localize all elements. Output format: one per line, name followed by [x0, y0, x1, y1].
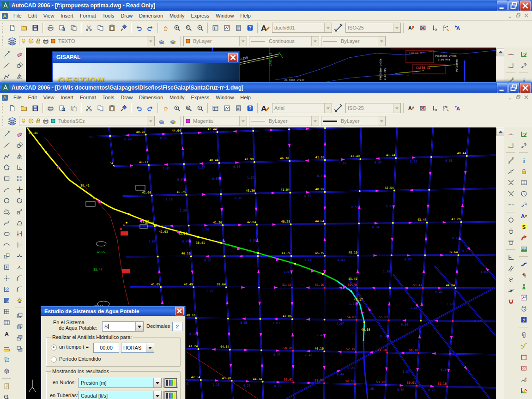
publish-icon[interactable] [68, 103, 79, 114]
snap-intersection-icon[interactable] [505, 177, 517, 188]
revision-cloud-icon[interactable] [0, 206, 12, 217]
menu-item-window[interactable]: Window [212, 12, 237, 19]
insert-block-icon[interactable] [0, 250, 12, 261]
extend-icon[interactable] [13, 239, 25, 250]
snap-from-icon[interactable] [505, 139, 517, 151]
publish-icon[interactable] [68, 22, 79, 34]
open-icon[interactable] [18, 103, 30, 114]
layer-freeze-icon[interactable] [28, 118, 34, 124]
run-analysis-icon[interactable] [518, 314, 530, 325]
gisapal-close-button[interactable] [228, 53, 238, 62]
circle-icon[interactable] [0, 195, 12, 206]
node-info-icon[interactable]: i [518, 75, 530, 82]
save-icon[interactable] [30, 103, 41, 114]
open-icon[interactable] [18, 22, 30, 34]
layer-freeze-icon[interactable] [28, 38, 34, 44]
snap-tangent-icon[interactable] [505, 236, 517, 248]
layer-combo[interactable]: TEXTO [19, 36, 155, 46]
edit-text-style-icon[interactable]: A [405, 103, 417, 114]
text-style-combo[interactable]: duchi801 [272, 23, 332, 33]
lineweight-combo[interactable]: ByLayer [321, 116, 386, 126]
scale-icon[interactable] [13, 206, 25, 217]
erase-icon[interactable] [13, 48, 25, 60]
background-image-icon[interactable] [518, 243, 530, 254]
restore-button[interactable] [508, 83, 519, 93]
text-style-icon[interactable]: A [260, 22, 271, 34]
plot-icon[interactable] [45, 103, 56, 114]
menu-item-express[interactable]: Express [187, 12, 212, 19]
menu-item-tools[interactable]: Tools [99, 94, 118, 101]
mdi-restore-button[interactable] [515, 12, 522, 19]
hydraulic-dialog-titlebar[interactable]: Estudio de Sistemas de Agua Potable [41, 306, 185, 316]
table-style-icon[interactable] [417, 22, 429, 34]
break-at-point-icon[interactable] [13, 250, 25, 261]
menu-item-modify[interactable]: Modify [166, 94, 187, 101]
ordinate-dim-icon[interactable] [429, 103, 440, 114]
snap-from-icon[interactable] [505, 60, 517, 71]
simulation-time-icon[interactable] [518, 188, 530, 199]
snap-midpoint-icon[interactable] [505, 166, 517, 177]
layer-lock-icon[interactable] [35, 118, 42, 124]
sheet-set-manager-icon[interactable] [210, 22, 221, 34]
draw-order-front-icon[interactable] [13, 310, 25, 321]
mirror-icon[interactable] [13, 71, 25, 82]
menu-item-dimension[interactable]: Dimension [136, 12, 166, 19]
layer-plot-icon[interactable] [42, 118, 49, 124]
point-icon[interactable] [0, 272, 12, 284]
menu-item-express[interactable]: Express [187, 94, 212, 101]
mdi-minimize-button[interactable] [507, 94, 514, 101]
snap-nearest-icon[interactable] [505, 285, 517, 296]
undo-results-icon[interactable] [518, 232, 530, 243]
layer-plot-icon[interactable] [42, 38, 49, 44]
make-object-layer-current-icon[interactable] [156, 36, 167, 47]
arc-icon[interactable] [0, 184, 12, 195]
help-icon[interactable]: ? [244, 103, 256, 114]
trim-icon[interactable] [13, 228, 25, 239]
scroll-up-icon[interactable] [496, 128, 505, 136]
area-icon[interactable] [0, 354, 12, 365]
snap-quadrant-icon[interactable] [505, 225, 517, 236]
window-back-vscrollbar[interactable] [496, 48, 504, 82]
zoom-realtime-icon[interactable] [171, 103, 183, 114]
hydraulic-dialog-close-button[interactable] [175, 307, 184, 315]
chevron-down-icon[interactable] [147, 36, 154, 46]
polygon-icon[interactable] [0, 162, 12, 173]
snap-extension-icon[interactable] [505, 199, 517, 210]
costs-icon[interactable]: $ [518, 221, 530, 232]
menu-item-edit[interactable]: Edit [25, 94, 40, 101]
chevron-down-icon[interactable] [324, 103, 332, 113]
undo-icon[interactable] [133, 22, 145, 34]
layer-properties-icon[interactable] [6, 115, 18, 127]
draw-order-back-icon[interactable] [13, 321, 25, 332]
extended-period-radio[interactable] [51, 357, 57, 363]
array-icon[interactable] [13, 173, 25, 184]
osnap-settings-icon[interactable] [505, 296, 517, 307]
fillet-icon[interactable] [13, 284, 25, 295]
query-spray-icon[interactable] [518, 199, 530, 210]
chevron-down-icon[interactable] [393, 103, 400, 113]
results-table-icon[interactable] [518, 177, 530, 188]
table-icon[interactable] [0, 317, 12, 328]
distance-icon[interactable] [0, 343, 12, 354]
menu-item-tools[interactable]: Tools [99, 12, 118, 19]
menu-item-draw[interactable]: Draw [117, 12, 136, 19]
move-icon[interactable] [13, 184, 25, 195]
extended-period-icon[interactable] [518, 303, 530, 314]
draw-order-below-icon[interactable] [13, 343, 25, 354]
chevron-down-icon[interactable] [146, 343, 154, 352]
plot-results-icon[interactable] [518, 48, 530, 60]
close-button[interactable] [520, 83, 531, 93]
chevron-down-icon[interactable] [378, 36, 385, 46]
temporary-track-point-icon[interactable] [505, 128, 517, 139]
linetype-combo[interactable]: ByLayer [249, 116, 319, 126]
ordinate-dim-icon[interactable] [429, 22, 440, 34]
curve-tool-icon[interactable] [518, 340, 530, 351]
offset-icon[interactable] [13, 162, 25, 173]
match-properties-icon[interactable] [118, 22, 129, 34]
markup-icon[interactable] [221, 103, 233, 114]
color-combo[interactable]: ByLayer [183, 36, 247, 46]
new-icon[interactable] [6, 103, 18, 114]
temporary-track-point-icon[interactable] [505, 48, 517, 60]
ellipse-arc-icon[interactable] [0, 239, 12, 250]
toolbar-grip[interactable] [2, 23, 5, 33]
